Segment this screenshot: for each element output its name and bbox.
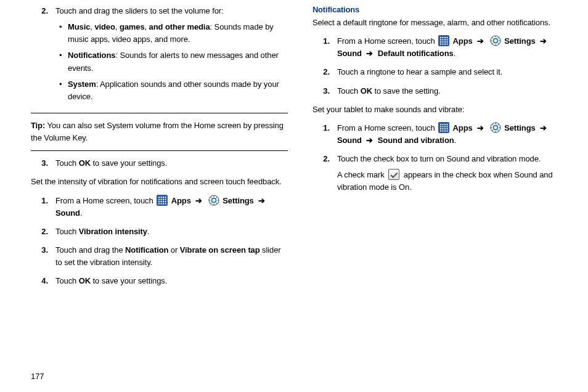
svg-rect-16 [165,203,166,204]
svg-rect-10 [161,201,162,202]
svg-line-23 [210,197,211,198]
svg-line-80 [498,124,499,125]
svg-rect-15 [163,203,164,204]
settings-icon [490,35,501,46]
bullet-dot: • [59,78,67,103]
bullet-dot: • [59,21,67,46]
arrow-icon: ➔ [540,123,547,133]
vibrate-step-1: 1. From a Home screen, touch Apps ➔ Sett… [312,122,557,147]
notif-step-1: 1. From a Home screen, touch Apps ➔ Sett… [312,35,557,60]
svg-rect-56 [443,124,444,125]
vib-step-4: 4. Touch OK to save your settings. [31,275,288,287]
arrow-icon: ➔ [477,36,484,46]
arrow-icon: ➔ [540,36,547,46]
step-3-save: 3. Touch OK to save your settings. [31,157,288,169]
svg-rect-11 [163,201,164,202]
svg-rect-41 [443,44,444,45]
step-number: 3. [31,244,48,269]
svg-rect-68 [443,130,444,131]
vib-step-3: 3. Touch and drag the Notification or Vi… [31,244,288,269]
svg-line-51 [498,43,499,44]
checkmark-icon [388,169,399,180]
vibrate-step-2: 2. Touch the check box to turn on Sound … [312,153,557,165]
svg-line-26 [216,197,218,198]
notif-step-2: 2. Touch a ringtone to hear a sample and… [312,66,557,78]
svg-rect-64 [443,128,444,129]
svg-rect-55 [440,124,441,125]
apps-icon [438,35,449,46]
svg-rect-2 [161,197,162,198]
svg-rect-14 [161,203,162,204]
tip-text: You can also set System volume from the … [31,121,284,142]
svg-point-44 [491,36,500,46]
step-number: 2. [312,153,330,165]
svg-rect-8 [165,198,166,200]
settings-icon [490,122,501,133]
step-number: 1. [312,122,330,147]
svg-line-24 [216,203,218,204]
step-number: 2. [31,5,48,107]
horizontal-rule [31,150,288,151]
svg-rect-3 [163,197,164,198]
svg-rect-28 [440,37,441,38]
svg-rect-6 [161,198,162,200]
checkmark-note: A check mark appears in the check box wh… [312,169,557,194]
step-number: 1. [312,35,330,60]
svg-line-79 [492,130,493,131]
svg-rect-7 [163,198,164,200]
step-number: 3. [31,157,48,169]
svg-rect-37 [443,41,444,43]
apps-icon [157,195,168,206]
svg-rect-62 [447,126,448,127]
step-2-intro: Touch and drag the sliders to set the vo… [55,6,224,15]
svg-rect-4 [165,197,166,198]
step-number: 4. [31,275,48,287]
svg-rect-59 [440,126,441,127]
svg-rect-63 [440,128,441,129]
svg-rect-42 [444,44,446,45]
svg-rect-65 [444,128,446,129]
svg-rect-57 [444,124,446,125]
arrow-icon: ➔ [366,136,373,145]
bullet-system: • System: Application sounds and other s… [55,78,288,103]
svg-line-78 [498,130,499,131]
svg-rect-39 [447,41,448,43]
step-number: 2. [31,226,48,238]
svg-point-17 [209,195,219,205]
arrow-icon: ➔ [366,49,373,58]
svg-rect-70 [447,130,448,131]
step-number: 2. [312,66,330,78]
step-2-volume-sliders: 2. Touch and drag the sliders to set the… [31,5,288,107]
notif-step-3: 3. Touch OK to save the setting. [312,85,557,97]
svg-point-18 [211,198,216,202]
notifications-intro: Select a default ringtone for message, a… [312,17,557,29]
svg-rect-34 [444,39,446,41]
svg-rect-29 [443,37,444,38]
page-number: 177 [31,372,44,381]
svg-rect-5 [158,198,160,200]
vib-step-1: 1. From a Home screen, touch Apps ➔ Sett… [31,195,288,219]
svg-line-52 [492,43,493,44]
svg-line-25 [210,203,211,204]
horizontal-rule [31,113,288,113]
arrow-icon: ➔ [477,123,484,133]
svg-rect-40 [440,44,441,45]
right-column: Notifications Select a default ringtone … [312,5,557,380]
arrow-icon: ➔ [195,196,202,205]
arrow-icon: ➔ [258,196,265,205]
svg-rect-35 [447,39,448,41]
svg-rect-43 [447,44,448,45]
bullet-notifications: • Notifications: Sounds for alerts to ne… [55,49,288,74]
svg-rect-33 [443,39,444,41]
svg-rect-9 [158,201,160,202]
svg-point-71 [491,123,500,133]
apps-icon [438,122,449,133]
svg-rect-69 [444,130,446,131]
vibrate-intro: Set your tablet to make sounds and vibra… [312,104,557,116]
svg-rect-60 [443,126,444,127]
svg-rect-58 [447,124,448,125]
step-number: 3. [312,85,330,97]
notifications-heading: Notifications [312,5,557,14]
svg-rect-66 [447,128,448,129]
svg-rect-12 [165,201,166,202]
